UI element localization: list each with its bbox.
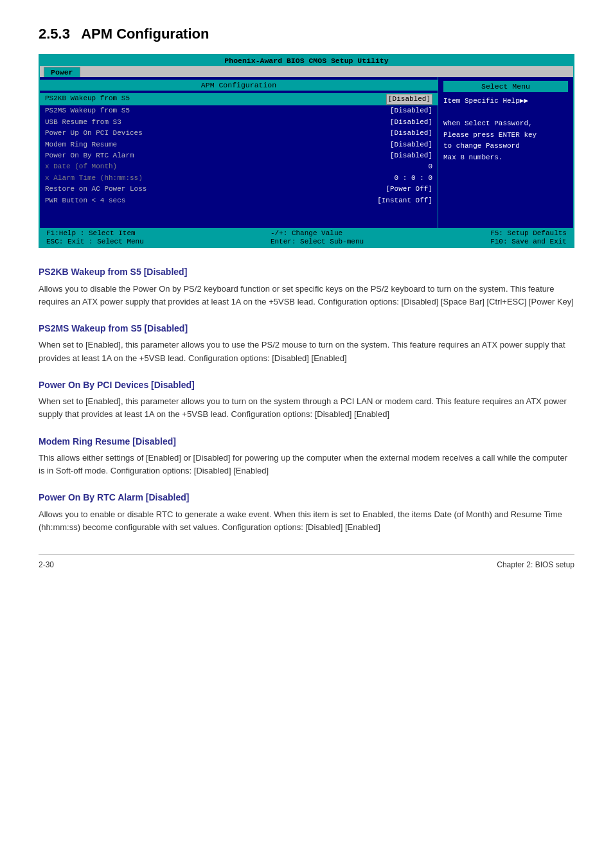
bios-item-label: Power On By RTC Alarm [45, 151, 134, 161]
bios-item-value: [Power Off] [386, 184, 432, 194]
bios-item-value: [Disabled] [390, 140, 432, 150]
bios-footer-col1: F1:Help : Select Item ESC: Exit : Select… [46, 229, 144, 245]
footer-change: -/+: Change Value [271, 229, 364, 237]
help-line2 [443, 107, 568, 119]
help-sections: PS2KB Wakeup from S5 [Disabled]Allows yo… [39, 266, 574, 534]
bios-item-label: x Date (of Month) [45, 162, 117, 172]
bios-sidebar: Select Menu Item Specific Help▶▶ When Se… [438, 77, 573, 228]
help-section-title: PS2MS Wakeup from S5 [Disabled] [39, 323, 574, 335]
bios-item-label: Restore on AC Power Loss [45, 184, 147, 194]
help-section-title: PS2KB Wakeup from S5 [Disabled] [39, 266, 574, 279]
section-number: 2.5.3 [39, 26, 70, 42]
chapter-label: Chapter 2: BIOS setup [497, 560, 574, 569]
bios-screenshot: Phoenix-Award BIOS CMOS Setup Utility Po… [39, 54, 574, 248]
bios-item-label: PS2KB Wakeup from S5 [45, 94, 130, 105]
bios-items-list: PS2KB Wakeup from S5[Disabled]PS2MS Wake… [40, 93, 438, 206]
bios-item-value: [Disabled] [390, 118, 432, 127]
bios-item-label: Power Up On PCI Devices [45, 128, 143, 138]
help-section: Power On By PCI Devices [Disabled]When s… [39, 379, 574, 421]
help-section-body: When set to [Enabled], this parameter al… [39, 395, 574, 421]
help-section: PS2KB Wakeup from S5 [Disabled]Allows yo… [39, 266, 574, 308]
bios-footer: F1:Help : Select Item ESC: Exit : Select… [40, 228, 573, 247]
bios-footer-col3: F5: Setup Defaults F10: Save and Exit [490, 229, 567, 245]
bios-item-label: Modem Ring Resume [45, 140, 117, 150]
help-section-title: Power On By RTC Alarm [Disabled] [39, 492, 574, 504]
bios-main-panel: APM Configuration PS2KB Wakeup from S5[D… [40, 77, 438, 228]
bios-item-row[interactable]: x Date (of Month)0 [40, 161, 438, 172]
bios-item-row[interactable]: x Alarm Time (hh:mm:ss)0 : 0 : 0 [40, 173, 438, 184]
bios-item-value: 0 : 0 : 0 [395, 173, 432, 183]
help-line5: to change Password [443, 141, 568, 152]
section-title: APM Configuration [81, 26, 209, 42]
bios-item-row[interactable]: PS2MS Wakeup from S5[Disabled] [40, 105, 438, 116]
bios-title-bar: Phoenix-Award BIOS CMOS Setup Utility [40, 55, 573, 66]
help-line6: Max 8 numbers. [443, 152, 568, 164]
bios-item-row[interactable]: USB Resume from S3[Disabled] [40, 117, 438, 128]
help-section-body: When set to [Enabled], this parameter al… [39, 339, 574, 364]
bios-item-value: [Instant Off] [377, 196, 432, 206]
bios-item-value: [Disabled] [390, 151, 432, 161]
bios-item-value: [Disabled] [390, 106, 432, 116]
help-line3: When Select Password, [443, 118, 568, 130]
help-section-title: Modem Ring Resume [Disabled] [39, 436, 574, 448]
bios-item-value: [Disabled] [390, 128, 432, 138]
bios-content-area: APM Configuration PS2KB Wakeup from S5[D… [40, 77, 573, 228]
bios-item-label: USB Resume from S3 [45, 118, 121, 127]
bios-main-header: APM Configuration [40, 80, 438, 91]
bios-item-row[interactable]: Power On By RTC Alarm[Disabled] [40, 150, 438, 161]
bios-item-label: PS2MS Wakeup from S5 [45, 106, 130, 116]
help-section: Power On By RTC Alarm [Disabled]Allows y… [39, 492, 574, 534]
bios-item-value: [Disabled] [386, 94, 432, 105]
bios-item-row[interactable]: Power Up On PCI Devices[Disabled] [40, 128, 438, 139]
bios-item-value: 0 [428, 162, 432, 172]
bios-item-row[interactable]: PS2KB Wakeup from S5[Disabled] [40, 93, 438, 105]
help-section-body: This allows either settings of [Enabled]… [39, 452, 574, 477]
help-section: Modem Ring Resume [Disabled]This allows … [39, 436, 574, 478]
help-section-body: Allows you to disable the Power On by PS… [39, 283, 574, 308]
bios-sidebar-header: Select Menu [443, 81, 568, 92]
bios-tab-power[interactable]: Power [44, 67, 80, 77]
footer-esc: ESC: Exit : Select Menu [46, 238, 144, 245]
bios-footer-col2: -/+: Change Value Enter: Select Sub-menu [271, 229, 364, 245]
help-section-title: Power On By PCI Devices [Disabled] [39, 379, 574, 392]
footer-f5: F5: Setup Defaults [490, 229, 567, 237]
help-section-body: Allows you to enable or disable RTC to g… [39, 508, 574, 534]
footer-f1: F1:Help : Select Item [46, 229, 144, 237]
help-section: PS2MS Wakeup from S5 [Disabled]When set … [39, 323, 574, 365]
help-line1: Item Specific Help▶▶ [443, 96, 568, 107]
footer-enter: Enter: Select Sub-menu [271, 238, 364, 245]
bios-item-row[interactable]: Restore on AC Power Loss[Power Off] [40, 184, 438, 195]
page-footer: 2-30 Chapter 2: BIOS setup [39, 554, 574, 569]
section-heading: 2.5.3 APM Configuration [39, 26, 574, 42]
footer-f10: F10: Save and Exit [490, 238, 567, 245]
page-number: 2-30 [39, 560, 54, 569]
bios-item-row[interactable]: PWR Button < 4 secs[Instant Off] [40, 195, 438, 206]
bios-item-row[interactable]: Modem Ring Resume[Disabled] [40, 139, 438, 150]
help-line4: Please press ENTER key [443, 130, 568, 141]
bios-item-label: PWR Button < 4 secs [45, 196, 125, 206]
bios-item-label: x Alarm Time (hh:mm:ss) [45, 173, 143, 183]
bios-tab-row: Power [40, 66, 573, 77]
